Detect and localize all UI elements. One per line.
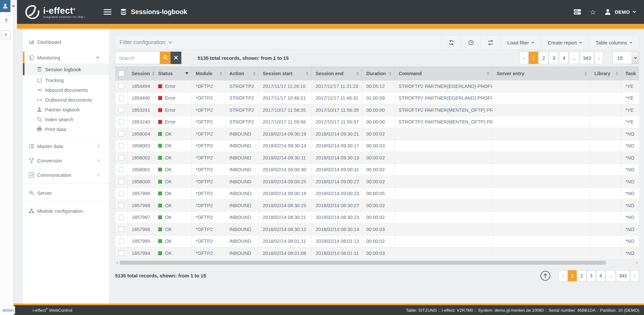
scroll-to-top-button[interactable] [540, 271, 551, 281]
user-menu[interactable]: DEMO [604, 8, 636, 16]
page-button-3[interactable]: 3 [587, 270, 596, 281]
sidebar-item-outbound-documents[interactable]: Outbound documents [23, 95, 109, 105]
table-columns-dropdown[interactable]: Table columns [588, 36, 639, 49]
table-row[interactable]: 1857994OK*OFTP2INBOUND2018/02/14 08:01:0… [115, 247, 639, 259]
page-button-4[interactable]: 4 [559, 52, 569, 64]
sidebar-item-master-data[interactable]: Master data [23, 140, 109, 152]
table-row[interactable]: 1857999OK*OFTP2INBOUND2018/02/14 09:00:1… [115, 188, 639, 200]
page-button-2[interactable]: 2 [577, 270, 586, 281]
row-checkbox[interactable] [119, 131, 124, 137]
search-input[interactable] [115, 52, 160, 64]
prev-page-button[interactable]: ‹ [558, 270, 567, 281]
sidebar-item-server[interactable]: Server [23, 187, 109, 199]
row-checkbox[interactable] [119, 215, 124, 220]
table-row[interactable]: 1857998OK*OFTP2INBOUND2018/02/14 08:30:2… [115, 200, 639, 212]
load-filter-dropdown[interactable]: Load filter [500, 36, 541, 49]
row-checkbox[interactable] [119, 191, 124, 196]
sidebar-item-conversion[interactable]: Conversion [23, 155, 109, 166]
table-row[interactable]: 1858003OK*OFTP2INBOUND2018/02/14 09:30:1… [115, 140, 639, 152]
page-button-1[interactable]: 1 [568, 270, 577, 281]
row-checkbox[interactable] [119, 95, 124, 101]
create-report-dropdown[interactable]: Create report [541, 36, 588, 49]
filter-configuration-toggle[interactable]: Filter configuration [115, 36, 172, 49]
sidebar-item-inbound-documents[interactable]: Inbound documents [23, 85, 109, 95]
column-header-module[interactable]: Module [192, 66, 225, 80]
server-list-icon[interactable] [573, 9, 581, 15]
table-row[interactable]: 1854490Error*OFTP2STROFTP22017/11/17 10:… [115, 92, 639, 105]
sidebar-item-partner-logbook[interactable]: Partner logbook [23, 105, 109, 114]
sidebar-item-module-configuration[interactable]: Module configuration [23, 205, 109, 217]
sidebar-item-print-data[interactable]: Print data [23, 124, 109, 134]
select-all-checkbox[interactable] [119, 71, 124, 76]
scrollbar-thumb[interactable] [120, 261, 606, 265]
page-size-select[interactable]: 15 [612, 52, 639, 64]
column-header-server_entry[interactable]: Server entry [493, 66, 590, 80]
page-button-1[interactable]: 1 [529, 52, 538, 64]
cell-library [590, 176, 621, 188]
page-button-4[interactable]: 4 [596, 270, 605, 281]
dock-user-button[interactable] [0, 0, 16, 12]
add-tab-button[interactable]: + [1, 30, 10, 39]
sidebar-item-session-logbook[interactable]: Session logbook [23, 63, 109, 75]
sidebar-item-dashboard[interactable]: Dashboard [23, 36, 109, 48]
cell-library [590, 92, 621, 104]
scroll-left-arrow[interactable]: ‹ [115, 260, 120, 265]
help-button[interactable]: ? [5, 18, 8, 24]
page-button-2[interactable]: 2 [539, 52, 548, 64]
page-button-343[interactable]: 343 [580, 52, 594, 64]
scroll-right-arrow[interactable]: › [635, 260, 639, 265]
sidebar-item-monitoring[interactable]: Monitoring [23, 52, 109, 63]
column-header-session[interactable]: Session [128, 66, 154, 80]
table-row[interactable]: 1857996OK*OFTP2INBOUND2018/02/14 08:30:1… [115, 224, 639, 236]
row-checkbox[interactable] [119, 239, 124, 244]
cell-session_end: 2018/02/14 09:00:31 [312, 164, 362, 176]
sidebar-item-communication[interactable]: Communication [23, 169, 109, 181]
column-header-task[interactable]: Task [621, 66, 639, 80]
row-checkbox[interactable] [119, 143, 124, 149]
prev-page-button[interactable]: ‹ [520, 52, 528, 64]
table-row[interactable]: 1858001OK*OFTP2INBOUND2018/02/14 09:00:3… [115, 164, 639, 176]
column-header-library[interactable]: Library [590, 66, 621, 80]
column-header-session_start[interactable]: Session start [259, 66, 312, 80]
sidebar-item-tracking[interactable]: Tracking [23, 75, 109, 85]
column-header-duration[interactable]: Duration [362, 66, 395, 80]
favorites-star-icon[interactable]: ☆ [590, 9, 596, 15]
column-header-status[interactable]: Status [154, 66, 192, 80]
row-checkbox[interactable] [119, 167, 124, 173]
cell-task: *NO [621, 164, 639, 176]
next-page-button[interactable]: › [595, 52, 603, 64]
auto-reload-button[interactable] [481, 36, 500, 49]
table-row[interactable]: 1857997OK*OFTP2INBOUND2018/02/14 08:30:2… [115, 212, 639, 224]
horizontal-scrollbar[interactable]: ‹ › [115, 260, 639, 265]
row-checkbox[interactable] [119, 179, 124, 184]
column-header-session_end[interactable]: Session end [312, 66, 362, 80]
table-row[interactable]: 1853240Error*OFTP2STROFTP22017/10/17 11:… [115, 116, 639, 128]
row-checkbox[interactable] [119, 250, 124, 256]
clear-search-button[interactable] [171, 52, 181, 64]
table-row[interactable]: 1854494Error*OFTP2STROFTP22017/11/17 11:… [115, 80, 639, 92]
cell-action: INBOUND [225, 128, 259, 140]
history-button[interactable] [461, 36, 481, 49]
menu-toggle-icon[interactable] [104, 9, 111, 15]
row-checkbox[interactable] [119, 119, 124, 125]
page-button-343[interactable]: 343 [616, 270, 630, 281]
column-header-command[interactable]: Command [395, 66, 493, 80]
table-row[interactable]: 1858002OK*OFTP2INBOUND2018/02/14 09:30:1… [115, 152, 639, 164]
sidebar-item-index-search[interactable]: Index search [23, 114, 109, 124]
row-checkbox[interactable] [119, 107, 124, 113]
cell-session_start: 2018/02/14 09:00:30 [259, 164, 312, 176]
table-row[interactable]: 1853241Error*OFTP2STROFTP22017/10/17 11:… [115, 104, 639, 116]
column-header-action[interactable]: Action [225, 66, 259, 80]
row-checkbox[interactable] [119, 203, 124, 208]
page-button-3[interactable]: 3 [549, 52, 558, 64]
row-checkbox[interactable] [119, 226, 124, 232]
search-button[interactable] [160, 52, 171, 64]
next-page-button[interactable]: › [630, 270, 639, 281]
close-link-partial[interactable]: ließen [0, 306, 15, 314]
row-checkbox[interactable] [119, 155, 124, 160]
table-row[interactable]: 1858000OK*OFTP2INBOUND2018/02/14 09:00:2… [115, 176, 639, 188]
table-row[interactable]: 1857995OK*OFTP2INBOUND2018/02/14 08:01:1… [115, 236, 639, 248]
table-row[interactable]: 1858004OK*OFTP2INBOUND2018/02/14 09:30:1… [115, 128, 639, 140]
row-checkbox[interactable] [119, 83, 124, 89]
refresh-button[interactable] [441, 36, 461, 49]
